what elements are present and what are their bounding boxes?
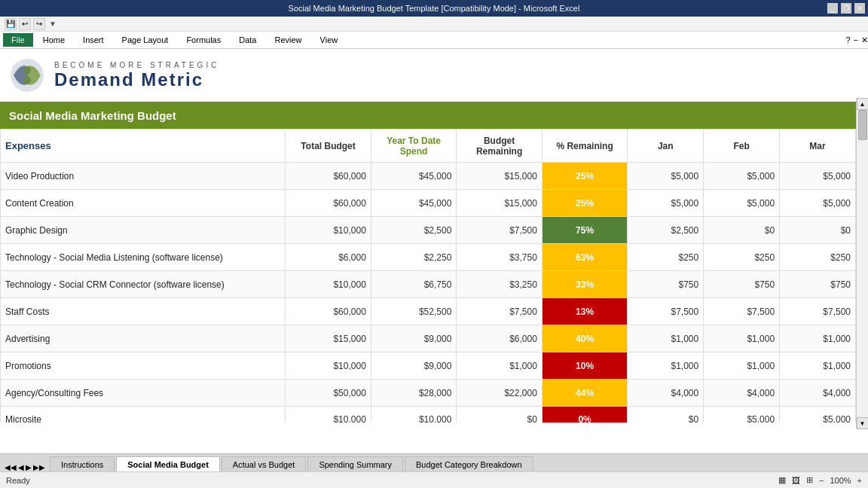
tab-formulas[interactable]: Formulas [178, 33, 229, 47]
ytd-cell: $45,000 [371, 190, 457, 217]
sheet-tab-instructions[interactable]: Instructions [50, 456, 115, 471]
redo-icon[interactable]: ↪ [33, 18, 45, 30]
remaining-cell: $7,500 [457, 298, 542, 325]
pct-cell: 25% [542, 163, 628, 190]
tab-review[interactable]: Review [266, 33, 310, 47]
expense-name: Promotions [1, 352, 286, 380]
expense-name: Microsite [1, 407, 286, 423]
remaining-cell: $6,000 [457, 325, 542, 352]
sheet-first-icon[interactable]: ◀◀ [5, 463, 17, 471]
zoom-in-icon[interactable]: + [857, 476, 862, 485]
jan-cell: $7,500 [628, 298, 704, 325]
remaining-cell: $15,000 [457, 190, 542, 217]
table-row: Microsite $10,000 $10,000 $0 0% $0 $5,00… [1, 407, 856, 423]
feb-cell: $5,000 [704, 190, 780, 217]
sheet-tab-budget-category-breakdown[interactable]: Budget Category Breakdown [405, 456, 533, 471]
expense-name: Staff Costs [1, 298, 286, 325]
ytd-cell: $45,000 [371, 163, 457, 190]
total-budget-cell: $60,000 [286, 298, 371, 325]
feb-cell: $4,000 [704, 380, 780, 407]
table-row: Technology - Social CRM Connector (softw… [1, 271, 856, 298]
close-ribbon-icon[interactable]: ✕ [861, 35, 868, 45]
zoom-out-icon[interactable]: − [819, 476, 824, 485]
jan-cell: $4,000 [628, 380, 704, 407]
total-budget-cell: $60,000 [286, 163, 371, 190]
section-title: Social Media Marketing Budget [9, 109, 176, 122]
sheet-next-icon[interactable]: ▶ [26, 463, 32, 471]
tab-page-layout[interactable]: Page Layout [114, 33, 177, 47]
jan-cell: $1,000 [628, 325, 704, 352]
ytd-cell: $2,500 [371, 217, 457, 244]
tab-insert[interactable]: Insert [75, 33, 112, 47]
sheet-tabs: InstructionsSocial Media BudgetActual vs… [50, 456, 533, 471]
tab-home[interactable]: Home [35, 33, 73, 47]
remaining-cell: $1,000 [457, 352, 542, 380]
feb-cell: $1,000 [704, 352, 780, 380]
pct-cell: 75% [542, 217, 628, 244]
ribbon-tabs: File Home Insert Page Layout Formulas Da… [0, 32, 868, 48]
mar-cell: $1,000 [780, 325, 856, 352]
jan-cell: $2,500 [628, 217, 704, 244]
remaining-cell: $15,000 [457, 163, 542, 190]
header-budget-remaining: Budget Remaining [457, 130, 542, 163]
tab-view[interactable]: View [312, 33, 347, 47]
jan-cell: $5,000 [628, 190, 704, 217]
header-ytd-spend: Year To Date Spend [371, 130, 457, 163]
help-icon[interactable]: ? [845, 35, 850, 44]
feb-cell: $0 [704, 217, 780, 244]
table-row: Graphic Design $10,000 $2,500 $7,500 75%… [1, 217, 856, 244]
mar-cell: $1,000 [780, 352, 856, 380]
sheet-prev-icon[interactable]: ◀ [18, 463, 24, 471]
total-budget-cell: $60,000 [286, 190, 371, 217]
normal-view-icon[interactable]: ▦ [778, 475, 786, 485]
table-row: Video Production $60,000 $45,000 $15,000… [1, 163, 856, 190]
table-row: Staff Costs $60,000 $52,500 $7,500 13% $… [1, 298, 856, 325]
zoom-level: 100% [830, 476, 851, 485]
minimize-button[interactable]: _ [827, 3, 838, 14]
undo-icon[interactable]: ↩ [19, 18, 31, 30]
table-row: Agency/Consulting Fees $50,000 $28,000 $… [1, 380, 856, 407]
remaining-cell: $3,750 [457, 244, 542, 271]
total-budget-cell: $10,000 [286, 407, 371, 423]
table-row: Technology - Social Media Listening (sof… [1, 244, 856, 271]
mar-cell: $750 [780, 271, 856, 298]
mar-cell: $0 [780, 217, 856, 244]
page-layout-icon[interactable]: 🖼 [792, 476, 800, 485]
header-mar: Mar [780, 130, 856, 163]
app-window: Social Media Marketing Budget Template [… [0, 0, 868, 488]
header-total-budget: Total Budget [286, 130, 371, 163]
mar-cell: $4,000 [780, 380, 856, 407]
feb-cell: $750 [704, 271, 780, 298]
title-bar: Social Media Marketing Budget Template [… [0, 0, 868, 17]
sheet-tab-social-media-budget[interactable]: Social Media Budget [116, 456, 220, 471]
total-budget-cell: $50,000 [286, 380, 371, 407]
sheet-tab-actual-vs-budget[interactable]: Actual vs Budget [222, 456, 307, 471]
total-budget-cell: $10,000 [286, 271, 371, 298]
expense-name: Graphic Design [1, 217, 286, 244]
restore-button[interactable]: ❐ [841, 3, 851, 14]
feb-cell: $5,000 [704, 407, 780, 423]
close-button[interactable]: ✕ [854, 3, 865, 14]
jan-cell: $0 [628, 407, 704, 423]
section-title-bar: Social Media Marketing Budget [0, 102, 868, 129]
remaining-cell: $7,500 [457, 217, 542, 244]
save-icon[interactable]: 💾 [5, 18, 17, 30]
branding-text: Become More Strategic Demand Metric [54, 61, 219, 90]
tab-data[interactable]: Data [231, 33, 264, 47]
customize-icon[interactable]: ▼ [49, 20, 57, 28]
ribbon-minimize-icon[interactable]: − [854, 35, 858, 44]
sheet-last-icon[interactable]: ▶▶ [33, 463, 45, 471]
sheet-tab-spending-summary[interactable]: Spending Summary [307, 456, 403, 471]
expense-name: Advertising [1, 325, 286, 352]
page-break-icon[interactable]: ⊞ [806, 475, 813, 485]
table-row: Advertising $15,000 $9,000 $6,000 40% $1… [1, 325, 856, 352]
header-jan: Jan [628, 130, 704, 163]
table-row: Content Creation $60,000 $45,000 $15,000… [1, 190, 856, 217]
pct-cell: 0% [542, 407, 628, 423]
ytd-cell: $10,000 [371, 407, 457, 423]
tab-file[interactable]: File [3, 33, 33, 47]
jan-cell: $1,000 [628, 352, 704, 380]
ytd-cell: $28,000 [371, 380, 457, 407]
scroll-up-arrow[interactable]: ▲ [857, 98, 869, 110]
pct-cell: 25% [542, 190, 628, 217]
